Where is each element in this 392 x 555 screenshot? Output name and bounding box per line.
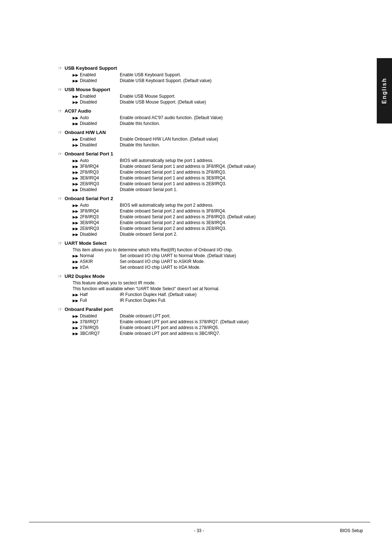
option-key-text-usb-mouse-support-1: Disabled [80,100,97,105]
option-key-text-onboard-serial-port-1-5: Disabled [80,187,97,192]
option-value-onboard-serial-port-1-3: Enable onboard Serial port 1 and address… [120,175,356,181]
option-key-usb-mouse-support-1: ▶▶Disabled [73,100,120,105]
option-key-usb-mouse-support-0: ▶▶Enabled [73,94,120,99]
arrow-icon-onboard-hw-lan-1: ▶▶ [73,143,78,147]
arrow-icon-onboard-serial-port-1-5: ▶▶ [73,188,78,192]
section-icon-onboard-parallel-port: ☞ [58,307,62,312]
arrow-icon-usb-keyboard-support-0: ▶▶ [73,73,78,77]
option-key-onboard-serial-port-2-3: ▶▶3E8/IRQ4 [73,220,120,225]
option-key-text-ac97-audio-1: Disabled [80,121,97,126]
arrow-icon-onboard-serial-port-2-3: ▶▶ [73,221,78,225]
option-value-onboard-hw-lan-0: Enable Onboard H/W LAN function. (Defaul… [120,137,356,142]
section-title-onboard-serial-port-1: ☞Onboard Serial Port 1 [58,151,356,157]
option-key-onboard-serial-port-1-2: ▶▶2F8/IRQ3 [73,170,120,175]
arrow-icon-onboard-serial-port-1-4: ▶▶ [73,182,78,186]
footer: - 33 - BIOS Setup [0,528,392,533]
arrow-icon-usb-mouse-support-0: ▶▶ [73,94,78,98]
arrow-icon-ur2-duplex-mode-1: ▶▶ [73,299,78,303]
option-key-onboard-serial-port-1-4: ▶▶2E8/IRQ3 [73,181,120,186]
option-value-onboard-parallel-port-0: Disable onboard LPT port. [120,313,356,319]
option-value-ur2-duplex-mode-0: IR Function Duplex Half. (Default value) [120,292,356,297]
option-value-onboard-serial-port-1-1: Enable onboard Serial port 1 and address… [120,164,356,169]
section-note-uart-mode-select: This item allows you to determine which … [58,247,356,252]
option-key-onboard-serial-port-1-1: ▶▶3F8/IRQ4 [73,164,120,169]
option-value-usb-keyboard-support-1: Disable USB Keyboard Support. (Default v… [120,78,356,83]
option-row-onboard-parallel-port-2: ▶▶278/IRQ5Enable onboard LPT port and ad… [58,325,356,330]
section-title-usb-keyboard-support: ☞USB Keyboard Support [58,65,356,71]
option-key-onboard-parallel-port-3: ▶▶3BC/IRQ7 [73,331,120,336]
page-container: English ☞USB Keyboard Support▶▶EnabledEn… [0,0,392,555]
option-row-onboard-serial-port-2-0: ▶▶AutoBIOS will automatically setup the … [58,203,356,208]
arrow-icon-onboard-serial-port-1-2: ▶▶ [73,170,78,174]
option-value-onboard-serial-port-2-4: Enable onboard Serial port 2 and address… [120,226,356,231]
section-usb-mouse-support: ☞USB Mouse Support▶▶EnabledEnable USB Mo… [58,87,356,105]
option-value-ur2-duplex-mode-1: IR Function Duplex Full. [120,298,356,303]
option-key-onboard-serial-port-2-5: ▶▶Disabled [73,232,120,237]
option-key-onboard-parallel-port-2: ▶▶278/IRQ5 [73,325,120,330]
arrow-icon-onboard-parallel-port-0: ▶▶ [73,314,78,318]
option-row-usb-mouse-support-1: ▶▶DisabledDisable USB Mouse Support. (De… [58,100,356,105]
section-onboard-serial-port-1: ☞Onboard Serial Port 1▶▶AutoBIOS will au… [58,151,356,192]
option-key-text-onboard-serial-port-2-5: Disabled [80,232,97,237]
option-key-text-onboard-parallel-port-2: 278/IRQ5 [80,325,98,330]
option-value-onboard-serial-port-1-5: Disable onboard Serial port 1. [120,187,356,192]
section-title-text-uart-mode-select: UART Mode Select [65,240,107,246]
option-row-onboard-serial-port-1-3: ▶▶3E8/IRQ4Enable onboard Serial port 1 a… [58,175,356,181]
option-value-uart-mode-select-1: Set onboard I/O chip UART to ASKIR Mode. [120,259,356,264]
option-value-onboard-serial-port-2-5: Disable onboard Serial port 2. [120,232,356,237]
option-key-ac97-audio-1: ▶▶Disabled [73,121,120,126]
option-row-onboard-serial-port-1-1: ▶▶3F8/IRQ4Enable onboard Serial port 1 a… [58,164,356,169]
section-title-text-usb-keyboard-support: USB Keyboard Support [65,65,117,71]
arrow-icon-onboard-serial-port-1-1: ▶▶ [73,165,78,169]
section-icon-onboard-hw-lan: ☞ [58,130,62,135]
option-key-onboard-hw-lan-0: ▶▶Enabled [73,137,120,142]
section-title-onboard-hw-lan: ☞Onboard H/W LAN [58,130,356,135]
section-icon-onboard-serial-port-2: ☞ [58,196,62,201]
option-value-onboard-serial-port-2-0: BIOS will automatically setup the port 2… [120,203,356,208]
arrow-icon-ur2-duplex-mode-0: ▶▶ [73,293,78,297]
option-row-onboard-parallel-port-1: ▶▶378/IRQ7Enable onboard LPT port and ad… [58,319,356,324]
option-key-text-onboard-parallel-port-1: 378/IRQ7 [80,319,98,324]
option-key-text-onboard-serial-port-2-0: Auto [80,203,89,208]
option-key-text-onboard-serial-port-1-2: 2F8/IRQ3 [80,170,99,175]
option-key-ur2-duplex-mode-1: ▶▶Full [73,298,120,303]
option-value-onboard-hw-lan-1: Disable this function. [120,142,356,147]
section-onboard-serial-port-2: ☞Onboard Serial Port 2▶▶AutoBIOS will au… [58,196,356,237]
section-ur2-duplex-mode: ☞UR2 Duplex ModeThis feature allows you … [58,274,356,303]
footer-line [29,522,370,522]
arrow-icon-onboard-hw-lan-0: ▶▶ [73,137,78,141]
section-usb-keyboard-support: ☞USB Keyboard Support▶▶EnabledEnable USB… [58,65,356,83]
option-key-onboard-parallel-port-1: ▶▶378/IRQ7 [73,319,120,324]
section-icon-usb-keyboard-support: ☞ [58,65,62,71]
section-title-text-ac97-audio: AC97 Audio [65,108,91,114]
arrow-icon-uart-mode-select-1: ▶▶ [73,260,78,264]
arrow-icon-onboard-serial-port-2-1: ▶▶ [73,209,78,213]
option-value-usb-mouse-support-1: Disable USB Mouse Support. (Default valu… [120,100,356,105]
option-key-text-onboard-serial-port-2-1: 3F8/IRQ4 [80,208,99,214]
option-key-ur2-duplex-mode-0: ▶▶Half [73,292,120,297]
option-row-ac97-audio-1: ▶▶DisabledDisable this function. [58,121,356,126]
section-onboard-parallel-port: ☞Onboard Parallel port▶▶DisabledDisable … [58,307,356,336]
section-title-text-onboard-hw-lan: Onboard H/W LAN [65,130,106,135]
arrow-icon-onboard-serial-port-1-0: ▶▶ [73,159,78,163]
footer-page-number: - 33 - [58,528,340,533]
option-row-onboard-serial-port-1-0: ▶▶AutoBIOS will automatically setup the … [58,158,356,163]
option-row-uart-mode-select-0: ▶▶NormalSet onboard I/O chip UART to Nor… [58,253,356,258]
section-title-text-usb-mouse-support: USB Mouse Support [65,87,110,92]
option-key-usb-keyboard-support-1: ▶▶Disabled [73,78,120,83]
arrow-icon-onboard-serial-port-1-3: ▶▶ [73,176,78,180]
arrow-icon-onboard-parallel-port-3: ▶▶ [73,332,78,336]
option-row-onboard-serial-port-2-4: ▶▶2E8/IRQ3Enable onboard Serial port 2 a… [58,226,356,231]
arrow-icon-ac97-audio-0: ▶▶ [73,116,78,120]
option-value-onboard-serial-port-1-0: BIOS will automatically setup the port 1… [120,158,356,163]
option-row-usb-mouse-support-0: ▶▶EnabledEnable USB Mouse Support. [58,94,356,99]
arrow-icon-usb-keyboard-support-1: ▶▶ [73,79,78,83]
arrow-icon-onboard-serial-port-2-2: ▶▶ [73,215,78,219]
option-key-text-usb-keyboard-support-0: Enabled [80,72,96,77]
option-value-ac97-audio-0: Enable onboard AC'97 audio function. (De… [120,115,356,120]
section-title-text-onboard-parallel-port: Onboard Parallel port [65,307,113,312]
option-row-onboard-serial-port-1-5: ▶▶DisabledDisable onboard Serial port 1. [58,187,356,192]
option-key-uart-mode-select-1: ▶▶ASKIR [73,259,120,264]
option-row-onboard-parallel-port-3: ▶▶3BC/IRQ7Enable onboard LPT port and ad… [58,331,356,336]
section-uart-mode-select: ☞UART Mode SelectThis item allows you to… [58,240,356,270]
